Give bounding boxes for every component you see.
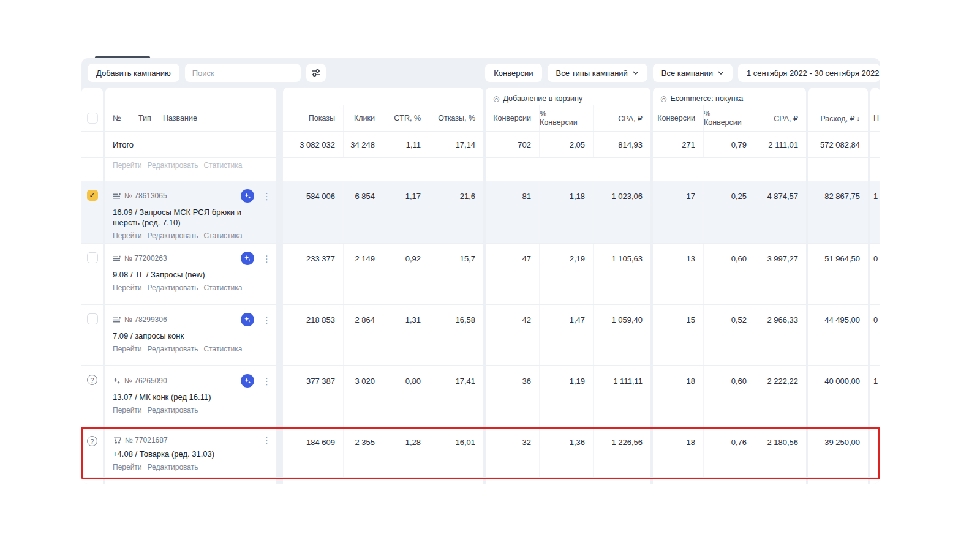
cell-bounce: 21,6 (429, 181, 483, 243)
header-number[interactable]: № (113, 114, 138, 122)
chevron-down-icon (633, 71, 639, 75)
totals-spend: 572 082,84 (809, 132, 868, 157)
cell-ecom-rate: 0,60 (703, 244, 755, 304)
kebab-menu-icon[interactable]: ⋮ (262, 254, 271, 263)
cell-cart-rate: 1,47 (539, 305, 593, 365)
kebab-menu-icon[interactable]: ⋮ (262, 377, 271, 386)
cell-clicks: 2 149 (343, 244, 383, 304)
header-clicks[interactable]: Клики (343, 105, 383, 131)
link-edit[interactable]: Редактировать (148, 283, 198, 292)
cell-cart-rate: 2,19 (539, 244, 593, 304)
cell-clicks: 6 854 (343, 181, 383, 243)
link-go[interactable]: Перейти (113, 283, 142, 292)
cell-ecom-cpa: 2 222,22 (755, 366, 806, 427)
campaign-row-highlighted[interactable]: ? № 77021687 ⋮ +4.08 / Товарка (ред. 31.… (81, 427, 880, 478)
campaign-title[interactable]: 9.08 / ТГ / Запросы (new) (113, 269, 267, 280)
cell-impressions: 233 377 (283, 244, 343, 304)
header-type[interactable]: Тип (138, 114, 163, 122)
toolbar-right: Конверсии Все типы кампаний Все кампании… (485, 64, 880, 82)
cell-ecom-conversions: 18 (653, 366, 703, 427)
link-edit[interactable]: Редактировать (148, 463, 198, 471)
row-checkbox-checked[interactable]: ✓ (87, 190, 98, 201)
cell-cart-cpa: 1 105,63 (593, 244, 650, 304)
header-spend[interactable]: Расход, ₽ ↓ (809, 105, 868, 131)
autostrategy-badge[interactable] (241, 374, 254, 388)
cell-ctr: 0,92 (383, 244, 429, 304)
link-go[interactable]: Перейти (113, 161, 142, 170)
autostrategy-badge[interactable] (241, 189, 254, 203)
kebab-menu-icon[interactable]: ⋮ (262, 192, 271, 201)
link-go[interactable]: Перейти (113, 231, 142, 240)
campaign-number: № 78613065 (124, 192, 167, 200)
header-ctr[interactable]: CTR, % (383, 105, 429, 131)
date-range-picker[interactable]: 1 сентября 2022 - 30 сентября 2022 (738, 64, 880, 82)
totals-ecom-rate: 0,79 (703, 132, 755, 157)
link-edit[interactable]: Редактировать (148, 345, 198, 353)
kebab-menu-icon[interactable]: ⋮ (262, 435, 271, 444)
totals-row: Итого 3 082 032 34 248 1,11 17,14 702 2,… (81, 132, 880, 158)
cell-ecom-conversions: 18 (653, 427, 703, 477)
cell-clicks: 2 864 (343, 305, 383, 365)
all-campaigns-label: Все кампании (662, 69, 713, 78)
group-header-row: ◎ Добавление в корзину ◎ Ecommerce: поку… (81, 88, 880, 105)
text-campaign-icon (113, 192, 121, 200)
campaign-row[interactable]: ? № 76265090 ⋮ 13.07 / МК конк (ред 16.1… (81, 366, 880, 427)
help-icon[interactable]: ? (87, 375, 97, 385)
campaign-row[interactable]: ✓ № 78613065 ⋮ 16.09 / Запросы МСК РСЯ б… (81, 181, 880, 244)
link-stats[interactable]: Статистика (203, 231, 242, 240)
link-go[interactable]: Перейти (113, 406, 142, 414)
filter-button[interactable] (306, 64, 326, 82)
header-spend-label: Расход, ₽ (820, 114, 854, 123)
kebab-menu-icon[interactable]: ⋮ (262, 315, 271, 324)
cell-impressions: 218 853 (283, 305, 343, 365)
row-checkbox[interactable] (87, 252, 98, 263)
link-go[interactable]: Перейти (113, 345, 142, 353)
header-bounce[interactable]: Отказы, % (429, 105, 483, 131)
select-all-checkbox[interactable] (87, 113, 98, 124)
cell-spend: 44 495,00 (809, 305, 868, 365)
header-cart-conversion-rate[interactable]: % Конверсии (539, 105, 593, 131)
cell-cart-cpa: 1 111,11 (593, 366, 650, 427)
cell-spend: 39 250,00 (809, 427, 868, 477)
cell-impressions: 184 609 (283, 427, 343, 477)
all-campaigns-dropdown[interactable]: Все кампании (653, 64, 733, 82)
campaign-title[interactable]: 16.09 / Запросы МСК РСЯ брюки и шерсть (… (113, 207, 267, 228)
header-name[interactable]: Название (163, 114, 197, 122)
autostrategy-badge[interactable] (241, 252, 254, 265)
link-edit[interactable]: Редактировать (148, 406, 198, 414)
campaign-types-dropdown[interactable]: Все типы кампаний (548, 64, 647, 82)
totals-cart-cpa: 814,93 (593, 132, 650, 157)
help-icon[interactable]: ? (87, 436, 97, 446)
cell-ecom-rate: 0,60 (703, 366, 755, 427)
campaign-title[interactable]: 13.07 / МК конк (ред 16.11) (113, 392, 267, 402)
cell-bounce: 17,41 (429, 366, 483, 427)
cell-bounce: 16,01 (429, 427, 483, 477)
cell-ecom-cpa: 4 874,57 (755, 181, 806, 243)
conversions-button[interactable]: Конверсии (485, 64, 541, 82)
campaign-title[interactable]: 7.09 / запросы конк (113, 331, 267, 341)
sliders-icon (311, 69, 321, 77)
header-cart-conversions[interactable]: Конверсии (486, 105, 539, 131)
totals-cart-rate: 2,05 (539, 132, 593, 157)
add-campaign-button[interactable]: Добавить кампанию (88, 64, 179, 82)
link-go[interactable]: Перейти (113, 463, 142, 471)
link-stats[interactable]: Статистика (203, 345, 242, 353)
search-input[interactable] (185, 64, 301, 82)
header-impressions[interactable]: Показы (283, 105, 343, 131)
cell-partial: 1 (870, 181, 880, 201)
autostrategy-badge[interactable] (241, 313, 254, 326)
cell-ecom-cpa: 2 180,56 (755, 427, 806, 477)
link-edit[interactable]: Редактировать (148, 231, 198, 240)
campaign-title[interactable]: +4.08 / Товарка (ред. 31.03) (113, 449, 267, 459)
header-ecom-conversions[interactable]: Конверсии (653, 105, 703, 131)
link-edit[interactable]: Редактировать (148, 161, 198, 170)
header-cart-cpa[interactable]: CPA, ₽ (593, 105, 650, 131)
text-campaign-icon (113, 316, 121, 324)
row-checkbox[interactable] (87, 313, 98, 324)
header-ecom-conversion-rate[interactable]: % Конверсии (703, 105, 755, 131)
link-stats[interactable]: Статистика (203, 161, 242, 170)
campaign-row[interactable]: № 77200263 ⋮ 9.08 / ТГ / Запросы (new) П… (81, 244, 880, 305)
header-ecom-cpa[interactable]: CPA, ₽ (755, 105, 806, 131)
campaign-row[interactable]: № 78299306 ⋮ 7.09 / запросы конк Перейти… (81, 305, 880, 366)
link-stats[interactable]: Статистика (203, 283, 242, 292)
